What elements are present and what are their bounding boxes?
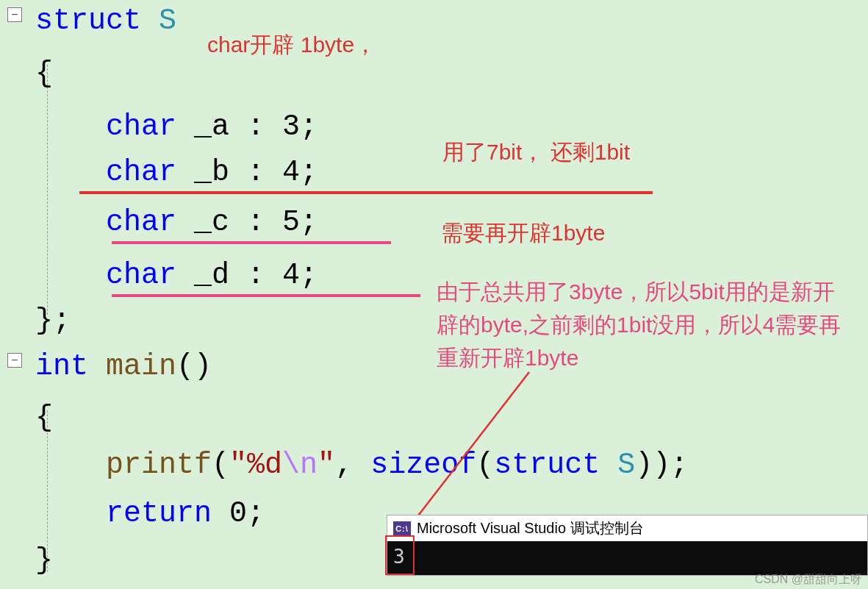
annotation-2: 用了7bit， 还剩1bit [442, 135, 630, 168]
fold-icon[interactable]: – [7, 7, 22, 22]
annotation-1: char开辟 1byte， [207, 28, 376, 61]
code-line-12: } [35, 544, 53, 577]
underline-group-3 [112, 294, 420, 297]
console-title-text: Microsoft Visual Studio 调试控制台 [417, 518, 644, 538]
console-titlebar: C:\ Microsoft Visual Studio 调试控制台 [387, 515, 867, 541]
gutter: – – [0, 0, 29, 589]
console-output: 3 [393, 546, 405, 568]
code-line-6: char _d : 4; [35, 259, 318, 292]
console-app-icon: C:\ [393, 521, 411, 536]
code-line-7: }; [35, 304, 71, 338]
code-line-11: return 0; [35, 497, 265, 530]
code-line-9: { [35, 401, 53, 435]
underline-group-1 [79, 191, 653, 194]
code-line-10: printf("%d\n", sizeof(struct S)); [35, 449, 688, 482]
code-line-1: struct S [35, 4, 176, 38]
console-body: 3 [387, 541, 867, 575]
code-line-5: char _c : 5; [35, 206, 318, 239]
code-line-3: char _a : 3; [35, 110, 318, 143]
code-line-4: char _b : 4; [35, 156, 318, 189]
console-window: C:\ Microsoft Visual Studio 调试控制台 3 [387, 515, 868, 576]
watermark: CSDN @甜甜向上呀 [755, 572, 862, 588]
underline-group-2 [112, 241, 391, 244]
code-line-8: int main() [35, 350, 212, 383]
annotation-4: 由于总共用了3byte，所以5bit用的是新开辟的byte,之前剩的1bit没用… [437, 275, 853, 374]
code-line-2: { [35, 57, 53, 90]
fold-icon[interactable]: – [7, 353, 22, 368]
annotation-3: 需要再开辟1byte [441, 216, 605, 249]
